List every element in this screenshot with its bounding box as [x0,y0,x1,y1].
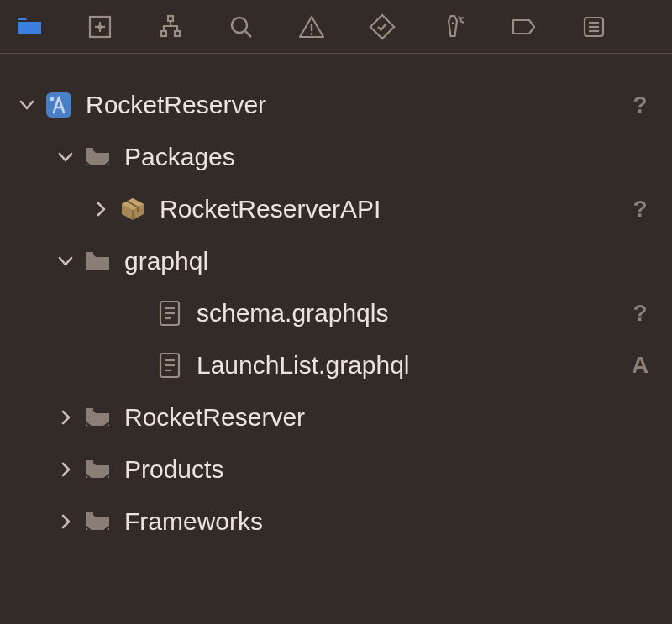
chevron-down-icon[interactable] [54,145,77,169]
tree-item-schema[interactable]: schema.graphqls? [15,287,657,339]
project-tree: RocketReserver?PackagesRocketReserverAPI… [0,54,672,548]
tree-item-graphql[interactable]: graphql [15,235,657,287]
app-icon [42,88,76,122]
tree-item-launchlist[interactable]: LaunchList.graphqlA [15,339,657,391]
package-icon [116,192,150,226]
tree-item-label: graphql [124,247,623,275]
tree-item-label: RocketReserver [86,91,623,119]
test-navigator-tab[interactable] [361,6,403,48]
folder-ref-icon [81,505,114,538]
tree-item-label: Products [124,455,623,484]
tree-item-root[interactable]: RocketReserver? [15,79,657,131]
chevron-right-icon[interactable] [54,458,77,481]
file-icon [153,349,186,382]
symbol-navigator-tab[interactable] [150,6,192,48]
chevron-right-icon[interactable] [54,510,77,533]
status-badge: A [623,352,657,379]
tree-item-label: RocketReserver [124,403,623,432]
tree-item-label: RocketReserverAPI [160,195,623,223]
project-navigator-tab[interactable] [8,6,50,48]
tree-item-label: LaunchList.graphql [197,351,623,380]
chevron-right-icon[interactable] [54,406,77,429]
folder-ref-icon [81,453,114,486]
tree-item-packages[interactable]: Packages [15,131,657,183]
folder-ref-icon [81,140,114,174]
file-icon [153,296,186,330]
source-control-navigator-tab[interactable] [79,6,121,48]
debug-navigator-tab[interactable] [432,6,474,48]
tree-item-label: Frameworks [124,507,623,536]
tree-item-label: schema.graphqls [197,299,623,328]
find-navigator-tab[interactable] [220,6,262,48]
chevron-down-icon[interactable] [15,93,39,117]
status-badge: ? [623,300,657,327]
navigator-toolbar [0,0,672,54]
tree-item-products[interactable]: Products [15,443,657,496]
status-badge: ? [623,92,657,118]
tree-item-frameworks[interactable]: Frameworks [15,496,657,548]
breakpoint-navigator-tab[interactable] [502,6,544,48]
folder-icon [81,244,114,278]
status-badge: ? [623,196,657,223]
chevron-down-icon[interactable] [54,249,77,273]
folder-ref-icon [81,401,114,434]
report-navigator-tab[interactable] [573,6,615,48]
issue-navigator-tab[interactable] [291,6,333,48]
tree-item-api[interactable]: RocketReserverAPI? [15,183,657,235]
chevron-right-icon[interactable] [89,197,113,221]
tree-item-rocketfolder[interactable]: RocketReserver [15,391,657,443]
tree-item-label: Packages [124,143,623,171]
